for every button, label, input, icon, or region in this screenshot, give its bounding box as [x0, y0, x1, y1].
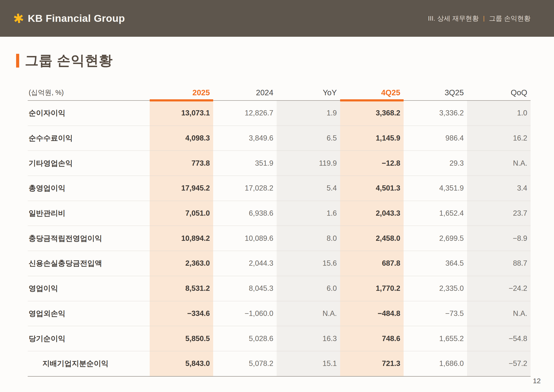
- cell-4q25: 3,368.2: [340, 101, 404, 126]
- cell-yoy: 8.0: [277, 226, 340, 251]
- cell-4q25: −484.8: [340, 301, 404, 326]
- cell-qoq: −8.9: [467, 226, 531, 251]
- cell-qoq: 16.2: [467, 126, 531, 151]
- cell-2025: 4,098.3: [150, 126, 213, 151]
- page-title: 그룹 손익현황: [25, 51, 113, 70]
- col-header-2024: 2024: [213, 88, 277, 97]
- slide: ✱ KB Financial Group III. 상세 재무현황 | 그룹 손…: [0, 0, 554, 392]
- table-row: 총영업이익 17,945.2 17,028.2 5.4 4,501.3 4,35…: [28, 176, 531, 201]
- cell-4q25: 2,458.0: [340, 226, 404, 251]
- cell-yoy: 119.9: [277, 151, 340, 176]
- cell-3q25: 2,699.5: [404, 226, 467, 251]
- cell-3q25: 29.3: [404, 151, 467, 176]
- table-row: 신용손실충당금전입액 2,363.0 2,044.3 15.6 687.8 36…: [28, 251, 531, 276]
- row-label: 신용손실충당금전입액: [28, 251, 150, 276]
- cell-2024: 5,078.2: [213, 351, 277, 376]
- row-label: 영업외손익: [28, 301, 150, 326]
- cell-3q25: 1,686.0: [404, 351, 467, 376]
- logo-text: KB Financial Group: [28, 13, 125, 24]
- cell-2024: 17,028.2: [213, 176, 277, 201]
- cell-2024: 12,826.7: [213, 101, 277, 126]
- income-statement-table: (십억원, %) 2025 2024 YoY 4Q25 3Q25 QoQ 순이자…: [28, 85, 531, 377]
- cell-yoy: 6.0: [277, 276, 340, 301]
- cell-qoq: 3.4: [467, 176, 531, 201]
- cell-2025: 2,363.0: [150, 251, 213, 276]
- cell-2024: 6,938.6: [213, 201, 277, 226]
- breadcrumb-separator: |: [483, 15, 485, 22]
- row-label: 일반관리비: [28, 201, 150, 226]
- cell-yoy: 5.4: [277, 176, 340, 201]
- cell-3q25: 4,351.9: [404, 176, 467, 201]
- cell-yoy: 16.3: [277, 326, 340, 351]
- cell-3q25: 364.5: [404, 251, 467, 276]
- col-header-yoy: YoY: [277, 88, 340, 97]
- cell-4q25: 1,145.9: [340, 126, 404, 151]
- cell-qoq: 88.7: [467, 251, 531, 276]
- kb-star-icon: ✱: [12, 11, 25, 26]
- breadcrumb: III. 상세 재무현황 | 그룹 손익현황: [428, 14, 531, 23]
- table-row: 영업외손익 −334.6 −1,060.0 N.A. −484.8 −73.5 …: [28, 301, 531, 326]
- cell-qoq: −24.2: [467, 276, 531, 301]
- table-body: 순이자이익 13,073.1 12,826.7 1.9 3,368.2 3,33…: [28, 101, 531, 377]
- row-label: 당기순이익: [28, 326, 150, 351]
- kb-logo: ✱ KB Financial Group: [13, 12, 125, 25]
- cell-3q25: 1,652.4: [404, 201, 467, 226]
- cell-2025: 17,945.2: [150, 176, 213, 201]
- cell-yoy: N.A.: [277, 301, 340, 326]
- breadcrumb-section: III. 상세 재무현황: [428, 14, 479, 23]
- cell-qoq: N.A.: [467, 301, 531, 326]
- unit-label: (십억원, %): [28, 85, 150, 100]
- cell-yoy: 15.1: [277, 351, 340, 376]
- cell-2025: 5,843.0: [150, 351, 213, 376]
- cell-3q25: 1,655.2: [404, 326, 467, 351]
- row-label: 순수수료이익: [28, 126, 150, 151]
- table-header-row: (십억원, %) 2025 2024 YoY 4Q25 3Q25 QoQ: [28, 85, 531, 101]
- table-row: 기타영업손익 773.8 351.9 119.9 −12.8 29.3 N.A.: [28, 151, 531, 176]
- cell-2024: 2,044.3: [213, 251, 277, 276]
- row-label: 기타영업손익: [28, 151, 150, 176]
- cell-3q25: 2,335.0: [404, 276, 467, 301]
- cell-2024: 3,849.6: [213, 126, 277, 151]
- cell-qoq: N.A.: [467, 151, 531, 176]
- page-title-block: 그룹 손익현황: [16, 51, 554, 70]
- cell-qoq: 1.0: [467, 101, 531, 126]
- top-header-bar: ✱ KB Financial Group III. 상세 재무현황 | 그룹 손…: [0, 0, 554, 37]
- row-label: 영업이익: [28, 276, 150, 301]
- cell-3q25: 3,336.2: [404, 101, 467, 126]
- col-header-qoq: QoQ: [467, 88, 531, 97]
- table-row: 충당금적립전영업이익 10,894.2 10,089.6 8.0 2,458.0…: [28, 226, 531, 251]
- cell-2024: 5,028.6: [213, 326, 277, 351]
- row-label: 총영업이익: [28, 176, 150, 201]
- row-label: 지배기업지분순이익: [28, 351, 150, 376]
- cell-qoq: 23.7: [467, 201, 531, 226]
- cell-2025: 8,531.2: [150, 276, 213, 301]
- cell-4q25: 2,043.3: [340, 201, 404, 226]
- cell-3q25: 986.4: [404, 126, 467, 151]
- cell-4q25: 1,770.2: [340, 276, 404, 301]
- cell-3q25: −73.5: [404, 301, 467, 326]
- cell-4q25: 721.3: [340, 351, 404, 376]
- cell-4q25: 687.8: [340, 251, 404, 276]
- highlight-underline-2025: [150, 99, 213, 101]
- cell-qoq: −54.8: [467, 326, 531, 351]
- row-label: 충당금적립전영업이익: [28, 226, 150, 251]
- highlight-underline-4q25: [340, 99, 404, 101]
- table-row: 당기순이익 5,850.5 5,028.6 16.3 748.6 1,655.2…: [28, 326, 531, 351]
- table-row: 순이자이익 13,073.1 12,826.7 1.9 3,368.2 3,33…: [28, 101, 531, 126]
- cell-2024: −1,060.0: [213, 301, 277, 326]
- cell-4q25: −12.8: [340, 151, 404, 176]
- cell-2024: 8,045.3: [213, 276, 277, 301]
- cell-yoy: 15.6: [277, 251, 340, 276]
- table-row: 순수수료이익 4,098.3 3,849.6 6.5 1,145.9 986.4…: [28, 126, 531, 151]
- table-row: 지배기업지분순이익 5,843.0 5,078.2 15.1 721.3 1,6…: [28, 351, 531, 377]
- cell-2024: 351.9: [213, 151, 277, 176]
- table-row: 영업이익 8,531.2 8,045.3 6.0 1,770.2 2,335.0…: [28, 276, 531, 301]
- cell-2025: 773.8: [150, 151, 213, 176]
- cell-2025: 5,850.5: [150, 326, 213, 351]
- cell-2025: −334.6: [150, 301, 213, 326]
- cell-2025: 13,073.1: [150, 101, 213, 126]
- col-header-4q25: 4Q25: [340, 88, 404, 97]
- cell-4q25: 4,501.3: [340, 176, 404, 201]
- title-accent-bar: [16, 54, 19, 68]
- cell-2024: 10,089.6: [213, 226, 277, 251]
